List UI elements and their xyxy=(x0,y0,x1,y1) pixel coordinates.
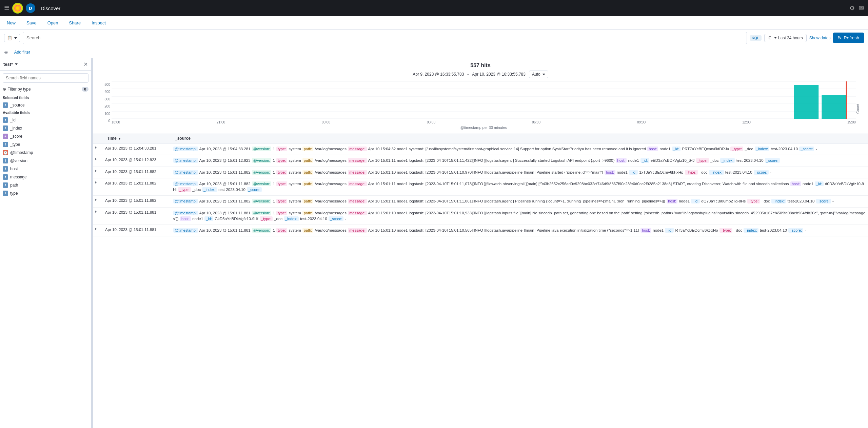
search-bar: 📋 KQL 🗓 Last 24 hours Show dates ↻ Refre… xyxy=(0,30,868,46)
y-axis-500: 500 xyxy=(100,83,110,86)
time-filter[interactable]: 🗓 Last 24 hours xyxy=(764,34,807,42)
field-type-badge: f xyxy=(3,142,8,147)
share-button[interactable]: Share xyxy=(66,19,83,27)
index-selector[interactable]: 📋 xyxy=(4,34,20,42)
tag-id: _id: xyxy=(815,181,824,186)
expand-icon[interactable] xyxy=(95,181,97,184)
close-sidebar-icon[interactable]: ✕ xyxy=(83,61,88,67)
index-chevron-icon xyxy=(15,63,18,65)
interval-selector[interactable]: Auto xyxy=(529,71,548,78)
field-search-input[interactable] xyxy=(3,73,88,83)
kql-badge[interactable]: KQL xyxy=(750,35,762,41)
field-item-version[interactable]: f @version xyxy=(0,157,91,165)
field-item-path[interactable]: f path xyxy=(0,181,91,189)
tag-host: host: xyxy=(616,158,627,163)
x-axis-label: @timestamp per 30 minutes xyxy=(460,125,507,130)
field-name: host xyxy=(10,167,18,171)
time-col-header[interactable]: Time ▼ xyxy=(107,136,175,141)
tag-version: @version: xyxy=(252,228,272,233)
row-expand-cell[interactable] xyxy=(93,143,103,155)
index-icon: 📋 xyxy=(7,36,12,40)
field-item-timestamp[interactable]: 🕐 @timestamp xyxy=(0,149,91,157)
expand-icon[interactable] xyxy=(95,158,97,160)
tag-id: _id: xyxy=(665,228,674,233)
show-dates-button[interactable]: Show dates xyxy=(809,36,831,40)
source-col-header: _source xyxy=(175,136,864,141)
field-item-host[interactable]: f host xyxy=(0,165,91,173)
row-expand-cell[interactable] xyxy=(93,225,103,236)
inspect-button[interactable]: Inspect xyxy=(89,19,108,27)
row-time-cell: Apr 10, 2023 @ 15:01:11.882 xyxy=(103,178,171,196)
open-button[interactable]: Open xyxy=(45,19,61,27)
field-name: @version xyxy=(10,158,27,163)
tag-path: path: xyxy=(302,228,313,233)
tag-score: _score: xyxy=(765,158,780,163)
tag-path: path: xyxy=(302,199,313,203)
avatar[interactable]: D xyxy=(26,3,35,13)
row-source-cell: @timestamp: Apr 10, 2023 @ 15:01:12.923 … xyxy=(171,155,868,166)
expand-icon[interactable] xyxy=(95,170,97,172)
row-source-cell: @timestamp: Apr 10, 2023 @ 15:01:11.882 … xyxy=(171,167,868,178)
selected-fields-label: Selected fields xyxy=(0,94,91,101)
field-type-badge: f xyxy=(3,125,8,131)
tag-message: message: xyxy=(348,181,367,186)
selected-field-source[interactable]: t _source xyxy=(0,101,91,109)
settings-icon[interactable]: ⚙ xyxy=(849,4,855,12)
filter-type-row: ⊕ Filter by type 0 xyxy=(0,85,91,94)
refresh-button[interactable]: ↻ Refresh xyxy=(833,33,864,43)
row-source-cell: @timestamp: Apr 10, 2023 @ 15:04:33.281 … xyxy=(171,143,868,155)
tag-timestamp: @timestamp: xyxy=(173,170,198,175)
search-input[interactable] xyxy=(26,35,743,40)
field-item-message[interactable]: f message xyxy=(0,173,91,181)
tag-id: _id: xyxy=(672,147,681,151)
field-item-type[interactable]: f _type xyxy=(0,140,91,149)
tag-itype: _type: xyxy=(730,147,743,151)
expand-icon[interactable] xyxy=(95,228,97,230)
expand-icon[interactable] xyxy=(95,210,97,213)
table-row[interactable]: Apr 10, 2023 @ 15:04:33.281 @timestamp: … xyxy=(93,143,868,155)
row-expand-cell[interactable] xyxy=(93,196,103,207)
field-item-score[interactable]: # _score xyxy=(0,132,91,140)
table-row[interactable]: Apr 10, 2023 @ 15:01:11.881 @timestamp: … xyxy=(93,225,868,236)
filter-by-type-button[interactable]: ⊕ Filter by type xyxy=(3,87,31,92)
index-pattern-text: test* xyxy=(3,62,13,67)
row-expand-cell[interactable] xyxy=(93,208,103,225)
date-from: Apr 9, 2023 @ 16:33:55.783 xyxy=(413,72,464,77)
new-button[interactable]: New xyxy=(4,19,18,27)
tag-score: _score: xyxy=(329,216,343,221)
mail-icon[interactable]: ✉ xyxy=(859,4,864,12)
add-filter-button[interactable]: + Add filter xyxy=(11,50,30,55)
tag-index: _index: xyxy=(709,170,724,175)
tag-version: @version: xyxy=(252,199,272,203)
field-item-id[interactable]: f _id xyxy=(0,116,91,124)
expand-icon[interactable] xyxy=(95,146,97,149)
tag-type: type: xyxy=(276,199,287,203)
table-row[interactable]: Apr 10, 2023 @ 15:01:11.881 @timestamp: … xyxy=(93,208,868,225)
save-button[interactable]: Save xyxy=(24,19,39,27)
search-input-wrap[interactable] xyxy=(23,32,747,44)
tag-host: host: xyxy=(180,216,191,221)
tag-score: _score: xyxy=(247,187,262,192)
table-row[interactable]: Apr 10, 2023 @ 15:01:12.923 @timestamp: … xyxy=(93,155,868,167)
field-name: _source xyxy=(10,103,25,108)
field-item-logtype[interactable]: f type xyxy=(0,189,91,197)
table-row[interactable]: Apr 10, 2023 @ 15:01:11.882 @timestamp: … xyxy=(93,178,868,196)
hamburger-icon[interactable]: ☰ xyxy=(4,4,9,12)
expand-icon[interactable] xyxy=(95,198,97,201)
interval-chevron-icon xyxy=(542,74,545,75)
field-name: _index xyxy=(10,126,22,131)
filter-type-icon: ⊕ xyxy=(3,87,6,92)
tag-score: _score: xyxy=(754,170,769,175)
row-expand-cell[interactable] xyxy=(93,178,103,196)
tag-itype: _type: xyxy=(178,187,191,192)
tag-host: host: xyxy=(790,181,801,186)
table-row[interactable]: Apr 10, 2023 @ 15:01:11.882 @timestamp: … xyxy=(93,196,868,207)
tag-id: _id: xyxy=(691,199,700,203)
index-pattern-label[interactable]: test* xyxy=(3,62,18,67)
row-expand-cell[interactable] xyxy=(93,155,103,166)
tag-index: _index: xyxy=(744,228,758,233)
tag-message: message: xyxy=(348,158,367,163)
row-expand-cell[interactable] xyxy=(93,167,103,178)
field-item-index[interactable]: f _index xyxy=(0,124,91,132)
table-row[interactable]: Apr 10, 2023 @ 15:01:11.882 @timestamp: … xyxy=(93,167,868,178)
